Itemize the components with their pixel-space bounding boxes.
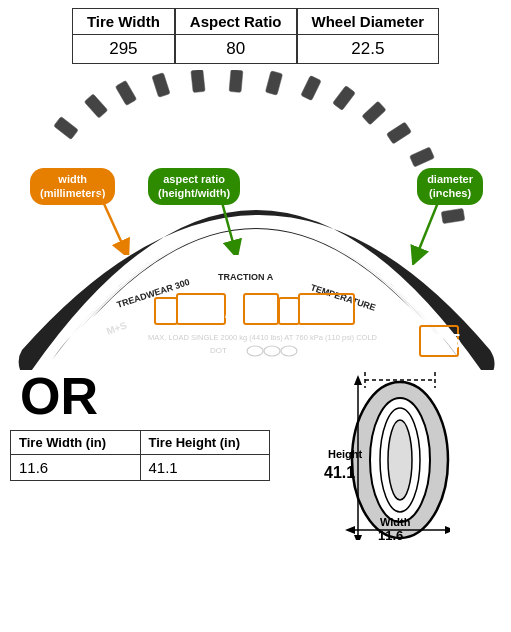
svg-rect-2 xyxy=(115,80,136,105)
svg-point-35 xyxy=(281,346,297,356)
aspect-ratio-header: Aspect Ratio xyxy=(176,9,296,35)
svg-text:82.5: 82.5 xyxy=(422,330,461,352)
svg-text:M+S: M+S xyxy=(105,319,129,337)
svg-text:41.1: 41.1 xyxy=(324,464,355,481)
svg-point-34 xyxy=(264,346,280,356)
svg-rect-10 xyxy=(387,122,412,144)
tire-width-in-value: 11.6 xyxy=(11,455,140,480)
aspect-ratio-col: Aspect Ratio 80 xyxy=(175,8,297,64)
svg-rect-11 xyxy=(410,147,435,167)
svg-rect-4 xyxy=(191,70,205,93)
svg-text:Width: Width xyxy=(380,516,411,528)
or-text: OR xyxy=(20,370,240,422)
svg-text:P: P xyxy=(158,301,170,321)
wheel-diameter-value: 22.5 xyxy=(328,35,408,63)
wheel-diameter-col: Wheel Diameter 22.5 xyxy=(297,8,440,64)
svg-rect-3 xyxy=(152,73,170,98)
svg-rect-0 xyxy=(54,116,79,139)
width-arrow xyxy=(50,195,150,255)
svg-line-36 xyxy=(100,195,125,250)
top-table: Tire Width 295 Aspect Ratio 80 Wheel Dia… xyxy=(0,8,511,64)
svg-text:Height: Height xyxy=(328,448,363,460)
lower-left: OR Tire Width (in) 11.6 Tire Height (in)… xyxy=(0,370,270,481)
aspect-arrow xyxy=(190,195,270,255)
svg-text:22.5: 22.5 xyxy=(301,299,342,322)
tire-width-value: 295 xyxy=(83,35,163,63)
svg-rect-1 xyxy=(84,94,108,118)
svg-text:DOT: DOT xyxy=(210,346,227,355)
diameter-arrow xyxy=(391,195,471,265)
svg-rect-5 xyxy=(229,70,243,92)
tire-height-in-header: Tire Height (in) xyxy=(141,431,270,455)
tire-cross-section: Height 41.1 Width 11.6 xyxy=(270,370,450,540)
svg-line-38 xyxy=(416,195,441,257)
svg-text:MAX. LOAD SINGLE 2000 kg (4410: MAX. LOAD SINGLE 2000 kg (4410 lbs) AT 7… xyxy=(148,333,378,342)
width-bubble-label: width xyxy=(58,173,87,185)
svg-marker-48 xyxy=(354,535,362,540)
svg-marker-52 xyxy=(345,526,355,534)
aspect-bubble-label: aspect ratio xyxy=(163,173,225,185)
diameter-bubble-label: diameter xyxy=(427,173,473,185)
tire-width-in-col: Tire Width (in) 11.6 xyxy=(11,431,141,480)
svg-marker-47 xyxy=(354,375,362,385)
svg-text:TRACTION A: TRACTION A xyxy=(218,272,274,282)
svg-rect-7 xyxy=(301,75,321,100)
svg-line-37 xyxy=(220,195,235,250)
tire-width-col: Tire Width 295 xyxy=(72,8,175,64)
svg-text:80: 80 xyxy=(246,298,270,323)
svg-point-33 xyxy=(247,346,263,356)
svg-text:295: 295 xyxy=(179,298,216,323)
tire-width-in-header: Tire Width (in) xyxy=(11,431,140,455)
lower-section: OR Tire Width (in) 11.6 Tire Height (in)… xyxy=(0,370,511,540)
tire-width-header: Tire Width xyxy=(73,9,174,35)
aspect-ratio-value: 80 xyxy=(196,35,276,63)
svg-rect-6 xyxy=(265,71,282,95)
svg-point-45 xyxy=(388,420,412,500)
wheel-diameter-header: Wheel Diameter xyxy=(298,9,439,35)
tire-height-in-col: Tire Height (in) 41.1 xyxy=(141,431,270,480)
bottom-table: Tire Width (in) 11.6 Tire Height (in) 41… xyxy=(10,430,270,481)
svg-text:/: / xyxy=(225,298,231,323)
tire-illustration: TREADWEAR 300 TRACTION A TEMPERATURE M+S… xyxy=(0,70,511,370)
svg-text:R: R xyxy=(281,302,294,322)
svg-rect-8 xyxy=(333,86,356,111)
tire-height-in-value: 41.1 xyxy=(141,455,270,480)
svg-rect-9 xyxy=(362,101,386,125)
cross-section-svg: Height 41.1 Width 11.6 xyxy=(270,370,450,540)
svg-text:11.6: 11.6 xyxy=(378,528,403,540)
svg-marker-53 xyxy=(445,526,450,534)
